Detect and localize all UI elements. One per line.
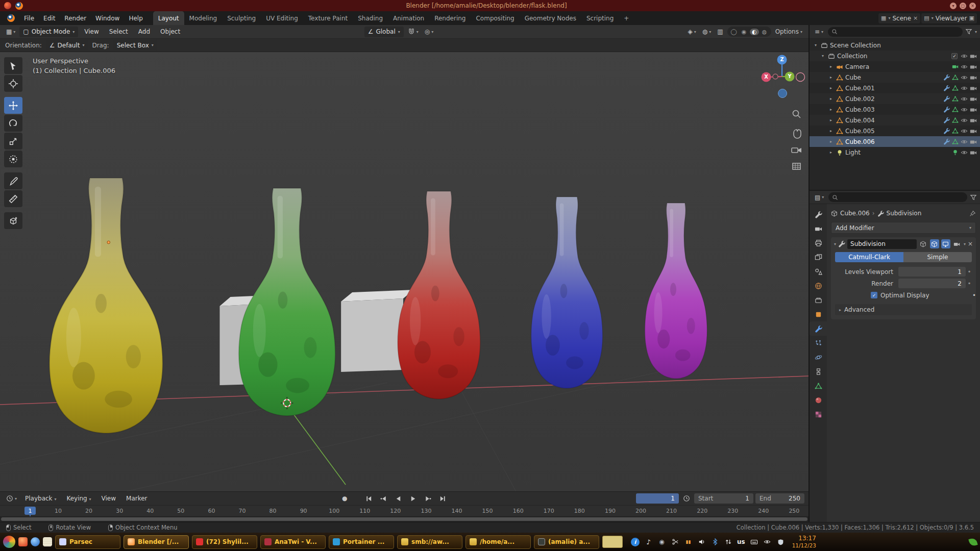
workspace-tab-compositing[interactable]: Compositing	[471, 11, 519, 25]
launcher-browser-icon[interactable]	[31, 537, 40, 546]
flask-blue[interactable]	[531, 197, 603, 388]
scene-selector[interactable]: ▦ ▾ Scene ×	[878, 13, 920, 23]
menu-render[interactable]: Render	[60, 11, 90, 25]
tab-physics[interactable]	[810, 350, 827, 364]
menu-file[interactable]: File	[20, 11, 38, 25]
navigation-gizmo[interactable]: Z X Y	[762, 55, 805, 98]
outliner-row-cube-001[interactable]: ▸ Cube.001	[810, 83, 980, 93]
hide-eye-icon[interactable]	[961, 138, 968, 145]
workspace-tab-geometry-nodes[interactable]: Geometry Nodes	[520, 11, 581, 25]
tab-world[interactable]	[810, 279, 827, 293]
taskbar-app-anatwi[interactable]: AnaTwi - V...	[260, 535, 326, 549]
tab-output[interactable]	[810, 236, 827, 250]
outliner-search-input[interactable]	[840, 28, 959, 35]
taskbar-app-smb[interactable]: smb://aw...	[397, 535, 462, 549]
frame-end-field[interactable]: End250	[755, 493, 804, 504]
workspace-tab-sculpting[interactable]: Sculpting	[222, 11, 261, 25]
scrollbar-handle[interactable]	[1, 517, 807, 521]
menu-select[interactable]: Select	[105, 28, 132, 35]
leaf-tray-icon[interactable]	[968, 537, 977, 546]
workspace-tab-texture-paint[interactable]: Texture Paint	[303, 11, 353, 25]
timeline-scrollbar[interactable]	[0, 516, 808, 522]
hide-eye-icon[interactable]	[961, 106, 968, 113]
workspace-tab-scripting[interactable]: Scripting	[581, 11, 619, 25]
tab-modifiers[interactable]	[810, 321, 827, 336]
previous-keyframe-button[interactable]	[377, 493, 390, 504]
zoom-icon[interactable]	[793, 111, 800, 118]
advanced-subpanel[interactable]: ▸ Advanced	[835, 304, 972, 315]
taskbar-app-portainer[interactable]: Portainer ...	[329, 535, 394, 549]
workspace-tab-modeling[interactable]: Modeling	[184, 11, 223, 25]
menu-add[interactable]: Add	[134, 28, 154, 35]
tool-cursor-button[interactable]	[4, 75, 22, 92]
outliner-options-chevron[interactable]: ▾	[975, 30, 977, 34]
playhead[interactable]: 1	[24, 507, 36, 515]
copy-viewlayer-icon[interactable]: ▣	[969, 15, 974, 21]
outliner-search[interactable]	[828, 27, 963, 37]
pin-icon[interactable]	[969, 210, 976, 217]
menu-object[interactable]: Object	[156, 28, 184, 35]
disable-render-icon[interactable]	[970, 85, 977, 92]
workspace-tab-rendering[interactable]: Rendering	[429, 11, 471, 25]
use-preview-range-button[interactable]	[681, 493, 692, 504]
flask-red[interactable]	[398, 191, 480, 399]
flask-green[interactable]	[239, 188, 335, 416]
disable-render-icon[interactable]	[970, 53, 977, 60]
shading-solid-button[interactable]: ◉	[740, 29, 749, 35]
viewport-canvas[interactable]: Z X Y User Perspective (1) Collection |	[0, 52, 808, 491]
edit-mode-display-toggle[interactable]	[930, 239, 939, 248]
tool-move-button[interactable]	[4, 97, 22, 114]
pan-hand-icon[interactable]	[794, 130, 801, 138]
taskbar-clock[interactable]: 13:17 11/12/23	[792, 535, 816, 548]
hide-eye-icon[interactable]	[961, 53, 968, 60]
tool-transform-button[interactable]	[4, 151, 22, 167]
levels-viewport-field[interactable]: 1	[898, 267, 966, 277]
options-dropdown[interactable]: Options▾	[773, 27, 804, 37]
tool-scale-button[interactable]	[4, 133, 22, 149]
hide-eye-icon[interactable]	[961, 74, 968, 81]
hide-eye-icon[interactable]	[961, 85, 968, 92]
maximize-button[interactable]: ▢	[960, 3, 966, 9]
collection-checkbox[interactable]: ✓	[951, 53, 958, 59]
shield-tray-icon[interactable]	[776, 538, 785, 546]
disable-render-icon[interactable]	[970, 128, 977, 135]
tab-object-data[interactable]	[810, 379, 827, 393]
outliner-row-scene-collection[interactable]: ▾ Scene Collection	[810, 40, 980, 51]
menu-keying[interactable]: Keying ▾	[62, 495, 95, 502]
taskbar-app-home[interactable]: /home/a...	[465, 535, 531, 549]
bluetooth-tray-icon[interactable]	[710, 538, 719, 546]
properties-filter-icon[interactable]	[970, 194, 977, 201]
menu-marker[interactable]: Marker	[122, 495, 151, 502]
tab-constraints[interactable]	[810, 364, 827, 379]
current-frame-field[interactable]: 1	[636, 493, 679, 504]
add-workspace-button[interactable]: +	[619, 11, 634, 25]
taskbar-app-untitled[interactable]	[602, 536, 623, 548]
disable-render-icon[interactable]	[970, 138, 977, 145]
unlink-scene-icon[interactable]: ×	[913, 15, 918, 21]
auto-keying-button[interactable]: ●	[338, 493, 351, 504]
animate-dot-icon[interactable]: •	[966, 280, 973, 287]
tab-view-layer[interactable]	[810, 250, 827, 264]
hide-eye-icon[interactable]	[961, 95, 968, 103]
grid-ortho-icon[interactable]	[793, 163, 800, 169]
menu-edit[interactable]: Edit	[39, 11, 59, 25]
drag-setting-dropdown[interactable]: Select Box ▾	[113, 40, 157, 51]
tab-object[interactable]	[810, 307, 827, 321]
outliner-row-cube-002[interactable]: ▸ Cube.002	[810, 93, 980, 104]
volume-tray-icon[interactable]	[697, 538, 706, 546]
menu-playback[interactable]: Playback ▾	[21, 495, 60, 502]
transform-orientation-dropdown[interactable]: ∠ Global ▾	[364, 27, 404, 37]
realtime-display-toggle[interactable]	[941, 239, 950, 248]
taskbar-app-terminal[interactable]: (amalie) a...	[534, 535, 599, 549]
workspace-tab-shading[interactable]: Shading	[353, 11, 388, 25]
render-display-toggle[interactable]	[952, 239, 962, 248]
jump-to-end-button[interactable]	[436, 493, 449, 504]
snap-dropdown[interactable]: ▾	[406, 27, 421, 37]
hide-eye-icon[interactable]	[961, 149, 968, 156]
disable-render-icon[interactable]	[970, 74, 977, 81]
pause-tray-icon[interactable]: ▮▮	[684, 538, 693, 546]
proportional-editing-dropdown[interactable]: ◎▾	[423, 27, 436, 37]
overlays-dropdown[interactable]: ◍▾	[700, 27, 714, 37]
disable-render-icon[interactable]	[970, 63, 977, 70]
hide-eye-icon[interactable]	[961, 128, 968, 135]
